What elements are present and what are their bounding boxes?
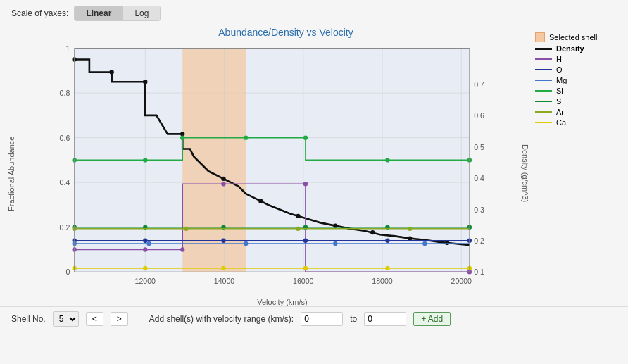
legend-label-mg: Mg (556, 76, 567, 84)
svg-rect-7 (182, 49, 246, 272)
svg-text:0.6: 0.6 (60, 134, 70, 142)
shell-select[interactable]: 5 (53, 311, 79, 327)
add-button[interactable]: + Add (413, 312, 451, 326)
chart-area: Abundance/Density vs Velocity Fractional… (7, 27, 529, 306)
svg-point-39 (370, 230, 375, 234)
shell-no-label: Shell No. (11, 314, 46, 324)
legend: Selected shell Density H O Mg Si (529, 27, 621, 306)
svg-text:0.1: 0.1 (474, 268, 484, 276)
legend-label-selected-shell: Selected shell (549, 33, 598, 42)
y-left-label: Fractional Abundance (7, 41, 20, 306)
legend-label-density: Density (556, 44, 584, 53)
svg-text:20000: 20000 (451, 277, 472, 285)
legend-label-o: O (556, 65, 563, 74)
legend-color-selected-shell (535, 32, 545, 42)
svg-text:0: 0 (65, 268, 70, 276)
svg-point-33 (143, 80, 147, 84)
svg-point-41 (445, 241, 449, 245)
legend-label-ar: Ar (556, 108, 564, 116)
svg-point-56 (244, 241, 248, 246)
svg-text:0.8: 0.8 (60, 89, 70, 97)
velocity-to-input[interactable] (364, 312, 406, 326)
main-content: Abundance/Density vs Velocity Fractional… (0, 27, 628, 306)
svg-text:0.3: 0.3 (474, 206, 484, 214)
svg-point-73 (184, 227, 188, 231)
legend-item-h: H (535, 55, 615, 63)
legend-item-o: O (535, 65, 615, 74)
svg-text:0.2: 0.2 (60, 223, 70, 232)
svg-point-79 (303, 266, 308, 270)
legend-item-s: S (535, 97, 615, 106)
svg-text:12000: 12000 (135, 277, 156, 285)
svg-point-52 (385, 239, 389, 243)
legend-label-ca: Ca (556, 118, 566, 127)
legend-item-ar: Ar (535, 108, 615, 116)
svg-text:1: 1 (65, 44, 70, 53)
legend-color-density (535, 48, 552, 50)
svg-point-50 (221, 239, 225, 243)
svg-point-36 (258, 199, 263, 203)
legend-label-h: H (556, 55, 562, 63)
svg-text:0.5: 0.5 (474, 143, 484, 151)
svg-point-32 (109, 70, 113, 74)
svg-point-46 (303, 182, 308, 186)
legend-color-ar (535, 111, 552, 113)
chart-title: Abundance/Density vs Velocity (7, 27, 529, 38)
svg-text:0.4: 0.4 (474, 174, 484, 182)
next-shell-button[interactable]: > (111, 312, 128, 326)
legend-label-si: Si (556, 87, 563, 95)
legend-color-ca (535, 122, 552, 123)
svg-point-49 (143, 239, 147, 243)
svg-point-44 (180, 247, 184, 251)
legend-color-si (535, 90, 552, 92)
svg-point-35 (221, 177, 225, 181)
legend-label-s: S (556, 97, 561, 106)
svg-text:0.7: 0.7 (474, 80, 484, 89)
svg-point-74 (296, 227, 300, 231)
svg-point-64 (385, 158, 389, 162)
svg-point-78 (221, 266, 225, 270)
svg-text:18000: 18000 (372, 277, 393, 285)
velocity-from-input[interactable] (301, 312, 343, 326)
svg-point-51 (303, 239, 308, 243)
svg-point-37 (296, 214, 300, 218)
svg-text:0.2: 0.2 (474, 237, 484, 245)
svg-point-45 (221, 182, 225, 186)
legend-color-o (535, 69, 552, 70)
legend-item-mg: Mg (535, 76, 615, 84)
add-shell-label: Add shell(s) with velocity range (km/s): (149, 314, 294, 324)
svg-text:0.6: 0.6 (474, 111, 484, 120)
svg-point-63 (303, 135, 308, 139)
chart-svg: 0 0.2 0.4 0.6 0.8 1 0.1 0.2 0.3 0.4 0.5 … (20, 41, 517, 306)
svg-point-75 (408, 227, 412, 231)
svg-point-80 (385, 266, 389, 270)
svg-point-62 (244, 135, 248, 139)
scale-label: Scale of yaxes: (11, 8, 68, 18)
legend-color-h (535, 58, 552, 60)
top-bar: Scale of yaxes: Linear Log (0, 0, 628, 27)
svg-point-55 (146, 241, 151, 246)
svg-point-60 (143, 158, 147, 162)
legend-item-selected-shell: Selected shell (535, 32, 615, 42)
svg-point-61 (180, 135, 184, 139)
x-axis-label: Velocity (km/s) (62, 298, 503, 306)
prev-shell-button[interactable]: < (86, 312, 103, 326)
svg-point-77 (143, 266, 147, 270)
y-right-label: Density (g/cm^3) (517, 41, 529, 306)
svg-point-57 (333, 241, 337, 246)
to-label: to (350, 314, 357, 324)
legend-item-density: Density (535, 44, 615, 53)
svg-text:16000: 16000 (293, 277, 314, 285)
svg-text:14000: 14000 (214, 277, 235, 285)
legend-color-s (535, 101, 552, 102)
bottom-bar: Shell No. 5 < > Add shell(s) with veloci… (0, 306, 628, 331)
log-button[interactable]: Log (123, 6, 160, 20)
scale-toggle: Linear Log (74, 6, 161, 21)
svg-point-40 (408, 236, 412, 240)
legend-item-ca: Ca (535, 118, 615, 127)
legend-item-si: Si (535, 87, 615, 95)
chart-wrapper: Fractional Abundance 0 (7, 41, 529, 306)
svg-point-43 (143, 247, 147, 251)
linear-button[interactable]: Linear (75, 6, 123, 20)
svg-text:0.4: 0.4 (60, 178, 70, 187)
